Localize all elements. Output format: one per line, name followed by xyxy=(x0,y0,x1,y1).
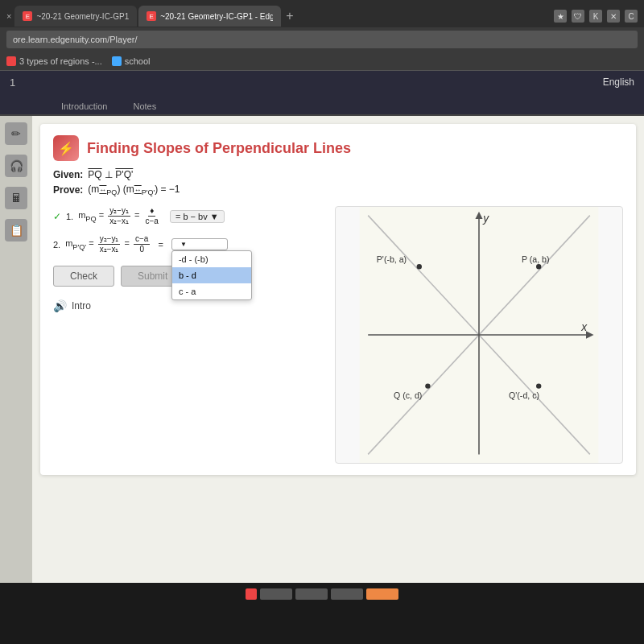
card-title-row: ⚡ Finding Slopes of Perpendicular Lines xyxy=(53,135,623,161)
given-prove: Given: PQ ⊥ P'Q' Prove: (m↔PQ) (m↔P'Q') … xyxy=(53,169,623,196)
nav-tabs: Introduction Notes xyxy=(0,93,644,116)
dropdown-option-2[interactable]: b - d xyxy=(172,267,251,283)
bookmark-2[interactable]: school xyxy=(112,56,151,66)
tab-active[interactable]: E ~20-21 Geometry-IC-GP1 - Edg... xyxy=(138,6,281,27)
step-1-frac2: ♦ c−a xyxy=(144,206,160,226)
calculator-icon[interactable]: 🖩 xyxy=(5,187,27,209)
taskbar xyxy=(0,583,644,605)
tab-favicon-2: E xyxy=(147,11,156,21)
svg-text:P'(-b, a): P'(-b, a) xyxy=(377,254,407,264)
step-2-frac: y₂−y₁ x₂−x₁ xyxy=(98,234,121,254)
tab-bar: × E ~20-21 Geometry-IC-GP1 E ~20-21 Geom… xyxy=(0,0,644,27)
step-1-row: ✓ 1. mPQ = y₂−y₁ x₂−x₁ = ♦ xyxy=(53,206,327,226)
content-panel: ⚡ Finding Slopes of Perpendicular Lines … xyxy=(32,116,644,583)
bookmark-favicon-2 xyxy=(112,56,122,66)
proof-column: ✓ 1. mPQ = y₂−y₁ x₂−x₁ = ♦ xyxy=(53,206,327,464)
prove-formula: (m↔PQ) (m↔P'Q') = −1 xyxy=(88,184,180,196)
given-line: Given: PQ ⊥ P'Q' xyxy=(53,169,623,180)
main-content: ✏ 🎧 🖩 📋 ⚡ Finding Slopes of Perpendicula… xyxy=(0,116,644,583)
svg-point-7 xyxy=(417,264,422,269)
url-input[interactable]: ore.learn.edgenuity.com/Player/ xyxy=(6,31,638,48)
bookmark-favicon-1 xyxy=(6,56,16,66)
svg-text:Q'(-d, c): Q'(-d, c) xyxy=(509,391,539,401)
graph-area: x y P'(-b, a) P (a, b) xyxy=(335,206,623,464)
dropdown-trigger[interactable]: ▼ xyxy=(171,238,228,250)
svg-point-9 xyxy=(536,264,541,269)
prove-label: Prove: xyxy=(53,184,83,196)
tab-inactive[interactable]: E ~20-21 Geometry-IC-GP1 xyxy=(14,6,137,27)
browser-icon-k[interactable]: K xyxy=(589,10,602,23)
address-bar: ore.learn.edgenuity.com/Player/ xyxy=(0,27,644,52)
intro-label: Intro xyxy=(72,300,91,312)
step-2-dropdown[interactable]: ▼ -d - (-b) b - d xyxy=(171,238,228,250)
page-number: 1 xyxy=(10,76,15,89)
step-1-check: ✓ xyxy=(53,211,61,222)
dropdown-menu[interactable]: -d - (-b) b - d c - a xyxy=(171,250,252,300)
browser-icon-c[interactable]: C xyxy=(625,10,638,23)
given-text: PQ ⊥ P'Q' xyxy=(88,169,133,180)
tab-notes[interactable]: Notes xyxy=(120,98,169,116)
speaker-icon: 🔊 xyxy=(53,299,67,312)
prove-line: Prove: (m↔PQ) (m↔P'Q') = −1 xyxy=(53,184,623,196)
app-header: 1 English xyxy=(0,71,644,93)
proof-step-2: 2. mP'Q' = y₂−y₁ x₂−x₁ = c−a 0 xyxy=(53,234,327,254)
tab-close-1[interactable]: × xyxy=(6,11,11,21)
chevron-down-icon: ▼ xyxy=(180,241,187,248)
step-2-row: 2. mP'Q' = y₂−y₁ x₂−x₁ = c−a 0 xyxy=(53,234,327,254)
dropdown-option-3[interactable]: c - a xyxy=(172,283,251,299)
step-1-content: mPQ = y₂−y₁ x₂−x₁ = ♦ c−a xyxy=(78,206,162,226)
two-col-layout: ✓ 1. mPQ = y₂−y₁ x₂−x₁ = ♦ xyxy=(53,206,623,464)
bookmarks-bar: 3 types of regions -... school xyxy=(0,52,644,71)
step-1-num: 1. xyxy=(66,212,73,221)
card-title: Finding Slopes of Perpendicular Lines xyxy=(87,140,351,157)
step-2-frac2: c−a 0 xyxy=(134,234,150,254)
svg-text:Q (c, d): Q (c, d) xyxy=(394,391,422,401)
notes-icon[interactable]: 📋 xyxy=(5,219,27,242)
new-tab-button[interactable]: + xyxy=(286,9,293,23)
step-2-num: 2. xyxy=(53,240,60,250)
tab-label-2: ~20-21 Geometry-IC-GP1 - Edg... xyxy=(160,12,273,21)
lightning-icon: ⚡ xyxy=(53,135,79,161)
bookmark-label-2: school xyxy=(125,56,151,66)
browser-icon-star[interactable]: ★ xyxy=(554,10,567,23)
bookmark-label-1: 3 types of regions -... xyxy=(19,56,102,66)
check-button[interactable]: Check xyxy=(53,266,114,287)
pq-overline: PQ xyxy=(88,169,101,180)
taskbar-icon-1[interactable] xyxy=(246,588,257,600)
taskbar-icon-2[interactable] xyxy=(260,588,292,600)
taskbar-icon-5[interactable] xyxy=(366,588,398,600)
svg-text:y: y xyxy=(482,213,489,225)
intro-button[interactable]: 🔊 Intro xyxy=(53,299,327,312)
url-text: ore.learn.edgenuity.com/Player/ xyxy=(13,35,138,44)
step-2-equals: = xyxy=(158,240,163,250)
pq2-overline: P'Q' xyxy=(115,169,133,180)
browser-icon-shield[interactable]: 🛡 xyxy=(572,10,584,23)
bookmark-1[interactable]: 3 types of regions -... xyxy=(6,56,102,66)
language-label: English xyxy=(603,76,634,88)
step-1-rhs: = b − bv ▼ xyxy=(170,210,225,223)
tab-favicon-1: E xyxy=(23,11,32,21)
headphone-icon[interactable]: 🎧 xyxy=(5,155,27,177)
svg-text:P (a, b): P (a, b) xyxy=(522,254,550,264)
taskbar-icon-3[interactable] xyxy=(295,588,328,600)
left-sidebar: ✏ 🎧 🖩 📋 xyxy=(0,116,32,583)
given-label: Given: xyxy=(53,169,83,180)
svg-point-11 xyxy=(425,384,430,389)
lesson-card: ⚡ Finding Slopes of Perpendicular Lines … xyxy=(40,124,636,475)
step-1-frac: y₂−y₁ x₂−x₁ xyxy=(108,206,130,226)
browser-icon-close[interactable]: ✕ xyxy=(607,10,620,23)
edit-icon[interactable]: ✏ xyxy=(5,122,27,145)
taskbar-icon-4[interactable] xyxy=(331,588,363,600)
proof-step-1: ✓ 1. mPQ = y₂−y₁ x₂−x₁ = ♦ xyxy=(53,206,327,226)
graph-column: x y P'(-b, a) P (a, b) xyxy=(335,206,623,464)
tab-introduction[interactable]: Introduction xyxy=(48,98,120,116)
svg-point-13 xyxy=(536,384,541,389)
step-2-content: mP'Q' = y₂−y₁ x₂−x₁ = c−a 0 xyxy=(65,234,151,254)
dropdown-option-1[interactable]: -d - (-b) xyxy=(172,251,251,267)
tab-label-1: ~20-21 Geometry-IC-GP1 xyxy=(36,12,129,21)
coordinate-graph: x y P'(-b, a) P (a, b) xyxy=(336,207,622,463)
browser-chrome: × E ~20-21 Geometry-IC-GP1 E ~20-21 Geom… xyxy=(0,0,644,71)
svg-text:x: x xyxy=(580,321,588,333)
